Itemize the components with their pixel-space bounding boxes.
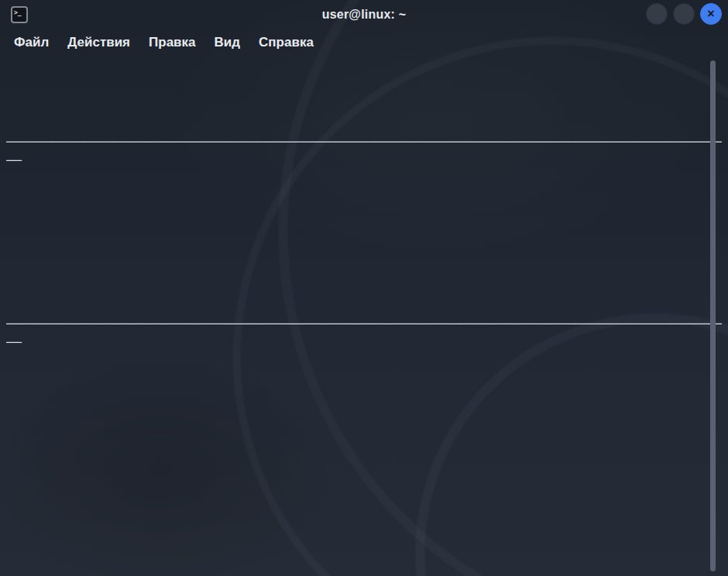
binwalk-header-row: DECIMALHEXADECIMALDESCRIPTION [6,297,722,316]
window-controls: × [646,3,722,25]
separator-line: ────────────────────────────────────────… [6,133,722,152]
separator-line: ────────────────────────────────────────… [6,315,722,334]
separator-wrap: ── [6,152,722,170]
binwalk-header-row: DECIMALHEXADECIMALDESCRIPTION [6,115,722,134]
blank-line [6,406,722,425]
menubar: Файл Действия Правка Вид Справка [0,29,728,56]
menu-view[interactable]: Вид [215,35,241,50]
command-line: └─$binwalkcrack_me.jpg [6,79,722,98]
scrollbar-thumb[interactable] [710,60,716,571]
blank-line [6,279,722,297]
blank-line [6,206,722,225]
prompt-line-top: ┌──(user⊕linux)-[~] [6,60,722,79]
minimize-button[interactable] [646,3,668,25]
close-icon: × [707,8,714,20]
menu-file[interactable]: Файл [14,35,49,50]
close-button[interactable]: × [700,3,722,25]
blank-line [6,388,722,406]
table-row: 363860x8E22RAR archive data, version 5.x [6,370,722,389]
terminal-screen[interactable]: ┌──(user⊕linux)-[~] └─$binwalkcrack_me.j… [0,56,728,576]
menu-edit[interactable]: Правка [149,35,195,50]
table-row: 00x0JPEG image data, JFIF standard 1.01 [6,351,722,370]
menu-actions[interactable]: Действия [67,35,130,50]
window-title: user@linux: ~ [0,0,728,29]
blank-line [6,97,722,115]
terminal-window: >_ user@linux: ~ × Файл Действия Правка … [0,0,728,576]
table-row: 363860x8E22RAR archive data, version 5.x [6,188,722,207]
prompt-line-top: ┌──(user⊕linux)-[~] [6,242,722,261]
command-line: └─$binwalk-ecrack_me.jpg [6,261,722,279]
blank-line [6,225,722,243]
command-line-current[interactable]: └─$ [6,443,722,461]
menu-help[interactable]: Справка [259,35,314,50]
prompt-line-top: ┌──(user⊕linux)-[~] [6,424,722,443]
maximize-button[interactable] [673,3,695,25]
separator-wrap: ── [6,334,722,352]
titlebar[interactable]: >_ user@linux: ~ × [0,0,728,29]
table-row: 00x0JPEG image data, JFIF standard 1.01 [6,170,722,188]
